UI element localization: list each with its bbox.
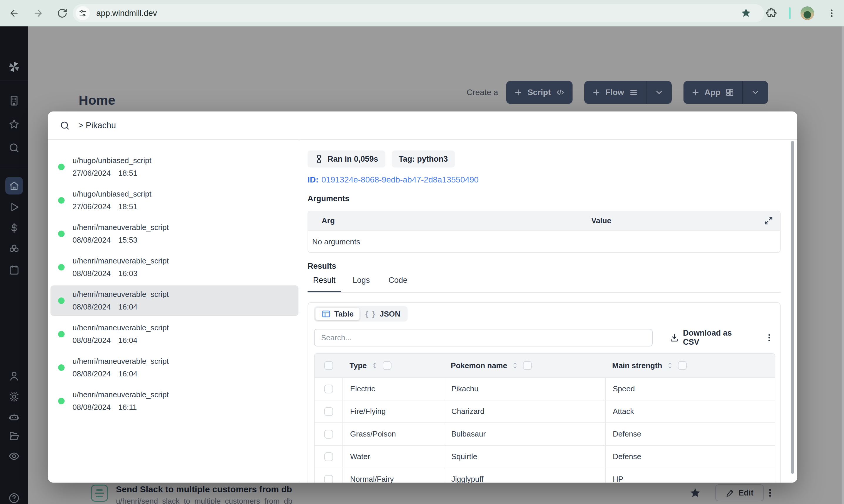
expand-icon[interactable] <box>764 216 774 226</box>
sidebar-item-schedules[interactable] <box>0 264 28 276</box>
sidebar-item-resources[interactable] <box>0 243 28 255</box>
column-type-filter-checkbox[interactable] <box>383 361 392 370</box>
create-app-button[interactable]: App <box>683 81 768 104</box>
results-tabs: Result Logs Code <box>308 276 780 293</box>
cell-name: Bulbasaur <box>444 423 605 445</box>
browser-reload-button[interactable] <box>55 5 70 21</box>
sidebar-item-user[interactable] <box>0 370 28 382</box>
cell-type: Water <box>342 446 444 468</box>
results-container: Table { } JSON Download as CSV <box>308 302 780 483</box>
tab-code[interactable]: Code <box>384 276 412 292</box>
sidebar-item-search[interactable] <box>0 142 28 154</box>
run-list-item[interactable]: u/henri/maneuverable_script 08/08/202416… <box>51 252 299 283</box>
row-checkbox[interactable] <box>324 407 333 416</box>
sidebar-item-help[interactable] <box>0 492 28 504</box>
column-strength-filter-checkbox[interactable] <box>678 361 687 370</box>
sidebar-item-workers[interactable] <box>0 411 28 423</box>
flow-list-row[interactable]: Send Slack to multiple customers from db… <box>0 483 844 504</box>
row-checkbox[interactable] <box>324 430 333 438</box>
sidebar-item-folders[interactable] <box>0 430 28 442</box>
toggle-table[interactable]: Table <box>316 308 359 320</box>
run-list-item[interactable]: u/henri/maneuverable_script 08/08/202416… <box>51 319 299 349</box>
run-date: 08/08/2024 <box>72 303 111 311</box>
sort-icon[interactable] <box>511 362 519 370</box>
modal-scrollbar[interactable] <box>791 141 794 474</box>
create-app-label: App <box>705 88 720 97</box>
table-row[interactable]: Electric Pikachu Speed <box>315 377 775 400</box>
url-bar[interactable]: app.windmill.dev <box>73 4 764 22</box>
run-list-item[interactable]: u/henri/maneuverable_script 08/08/202415… <box>51 219 299 249</box>
site-settings-icon[interactable] <box>76 6 90 20</box>
run-list-item[interactable]: u/henri/maneuverable_script 08/08/202416… <box>51 386 299 416</box>
sort-icon[interactable] <box>666 362 674 370</box>
home-icon <box>8 180 20 191</box>
sidebar-item-audit[interactable] <box>0 450 28 462</box>
column-name-filter-checkbox[interactable] <box>523 361 532 370</box>
browser-forward-button[interactable] <box>31 5 46 21</box>
script-lines-icon <box>91 485 108 502</box>
table-row[interactable]: Fire/Flying Charizard Attack <box>315 400 775 422</box>
extensions-puzzle-icon[interactable] <box>764 5 779 21</box>
sidebar <box>0 26 28 504</box>
calendar-icon <box>8 264 20 276</box>
select-all-checkbox[interactable] <box>324 361 333 370</box>
boxes-icon <box>8 243 20 255</box>
sidebar-item-variables[interactable] <box>0 222 28 234</box>
app-dropdown-toggle[interactable] <box>742 81 768 104</box>
sidebar-item-runs[interactable] <box>0 201 28 213</box>
arguments-table: Arg Value No arguments <box>308 211 780 253</box>
table-row[interactable]: Water Squirtle Defense <box>315 445 775 468</box>
arrow-right-icon <box>33 8 43 18</box>
table-icon <box>321 309 331 319</box>
table-row[interactable]: Grass/Poison Bulbasaur Defense <box>315 422 775 445</box>
results-menu-kebab-icon[interactable] <box>764 333 774 343</box>
create-flow-button[interactable]: Flow <box>584 81 672 104</box>
run-list-item-selected[interactable]: u/henri/maneuverable_script 08/08/202416… <box>51 285 299 316</box>
column-type-label: Type <box>349 361 367 370</box>
play-icon <box>8 201 20 213</box>
run-list-item[interactable]: u/hugo/unbiased_script 27/06/202418:51 <box>51 152 299 182</box>
modal-search-input[interactable] <box>78 120 754 130</box>
success-status-dot <box>58 264 65 270</box>
create-script-button[interactable]: Script <box>506 81 572 104</box>
download-csv-button[interactable]: Download as CSV <box>670 328 749 347</box>
sidebar-item-workspace[interactable] <box>0 95 28 107</box>
tab-result[interactable]: Result <box>308 276 341 292</box>
avatar[interactable] <box>801 6 814 20</box>
run-list-item[interactable]: u/henri/maneuverable_script 08/08/202416… <box>51 352 299 383</box>
run-list-item[interactable]: u/hugo/unbiased_script 27/06/202418:51 <box>51 185 299 216</box>
run-time: 16:11 <box>118 403 137 412</box>
page-scrollbar[interactable] <box>842 26 844 504</box>
flow-menu-kebab-icon[interactable] <box>764 487 776 499</box>
sidebar-item-favorites[interactable] <box>0 119 28 130</box>
table-row[interactable]: Normal/Fairy Jigglypuff HP <box>315 468 775 483</box>
run-date: 08/08/2024 <box>72 370 111 378</box>
no-arguments-text: No arguments <box>308 231 780 253</box>
toggle-json[interactable]: { } JSON <box>359 308 406 320</box>
results-search-input[interactable] <box>314 329 653 346</box>
success-status-dot <box>58 398 65 404</box>
sort-icon[interactable] <box>371 362 379 370</box>
code-icon <box>556 88 565 97</box>
sidebar-item-settings[interactable] <box>0 391 28 402</box>
bookmark-star-icon[interactable] <box>738 5 754 21</box>
browser-menu-kebab-icon[interactable] <box>824 5 839 21</box>
edit-button[interactable]: Edit <box>715 484 764 501</box>
arrow-left-icon <box>9 8 19 18</box>
create-flow-label: Flow <box>606 88 624 97</box>
run-date: 08/08/2024 <box>72 403 111 412</box>
folder-open-icon <box>8 430 20 442</box>
row-checkbox[interactable] <box>324 384 333 393</box>
windmill-logo[interactable] <box>0 60 28 74</box>
flow-path: u/henri/send_slack_to_multiple_customers… <box>116 497 292 504</box>
run-id-link[interactable]: 0191324e-8068-9edb-ab47-2d8a13550490 <box>321 175 479 184</box>
tab-logs[interactable]: Logs <box>348 276 375 292</box>
row-checkbox[interactable] <box>324 475 333 483</box>
browser-back-button[interactable] <box>6 5 22 21</box>
flow-dropdown-toggle[interactable] <box>646 81 672 104</box>
row-checkbox[interactable] <box>324 452 333 461</box>
flow-title: Send Slack to multiple customers from db <box>116 484 292 494</box>
search-icon <box>59 120 70 131</box>
sidebar-item-home[interactable] <box>5 177 23 195</box>
favorite-star-icon[interactable] <box>689 487 701 499</box>
